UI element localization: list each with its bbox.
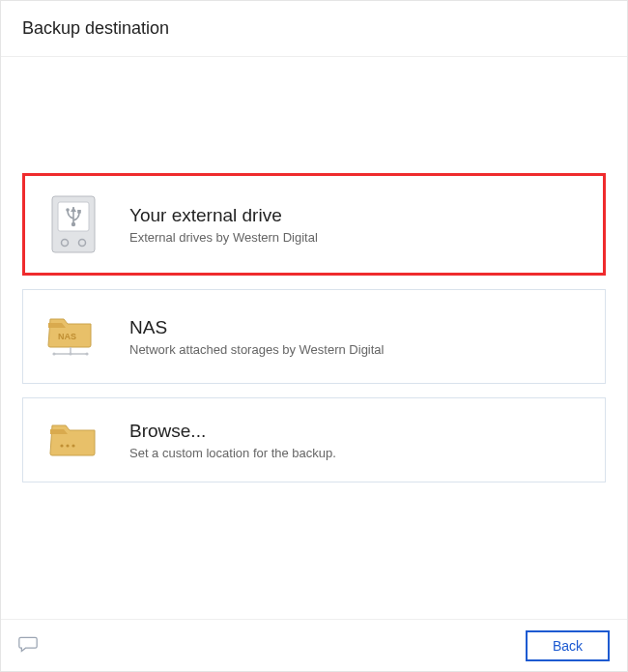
svg-point-16 [71, 444, 74, 447]
nas-folder-icon: NAS [44, 311, 102, 362]
svg-rect-5 [77, 210, 81, 214]
back-button[interactable]: Back [526, 630, 610, 661]
svg-point-4 [66, 208, 70, 212]
option-description: Set a custom location for the backup. [129, 446, 336, 460]
browse-folder-icon [44, 420, 102, 460]
svg-point-11 [52, 352, 55, 355]
svg-point-13 [85, 352, 88, 355]
option-description: Network attached storages by Western Dig… [129, 342, 385, 357]
option-text: Browse... Set a custom location for the … [129, 421, 336, 460]
page-title: Backup destination [22, 18, 606, 39]
option-nas[interactable]: NAS NAS Network attached storages by Wes… [22, 289, 606, 384]
option-text: NAS Network attached storages by Western… [129, 317, 385, 357]
option-title: NAS [129, 317, 385, 338]
option-text: Your external drive External drives by W… [129, 205, 318, 245]
option-title: Browse... [129, 421, 336, 442]
svg-text:NAS: NAS [58, 332, 76, 341]
header: Backup destination [1, 1, 627, 57]
svg-point-12 [69, 352, 71, 355]
options-list: Your external drive External drives by W… [1, 57, 627, 515]
option-external-drive[interactable]: Your external drive External drives by W… [22, 173, 606, 276]
option-browse[interactable]: Browse... Set a custom location for the … [22, 397, 606, 482]
footer: Back [1, 619, 627, 671]
svg-point-14 [60, 444, 63, 447]
usb-drive-icon [44, 195, 102, 253]
svg-point-15 [66, 444, 69, 447]
option-description: External drives by Western Digital [129, 230, 318, 245]
option-title: Your external drive [129, 205, 318, 226]
chat-icon[interactable] [18, 635, 38, 657]
